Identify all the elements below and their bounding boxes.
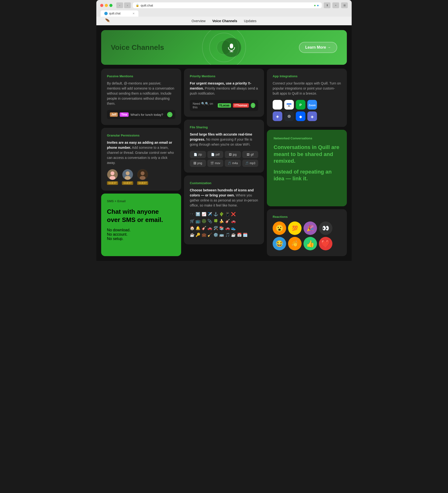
file-png: 🖼 png	[190, 160, 206, 167]
svg-rect-3	[230, 44, 233, 48]
address-bar[interactable]: 🔒 quill.chat ● ●	[133, 2, 322, 8]
svg-text:◆: ◆	[299, 115, 302, 119]
file-icon-mp3: 🎵	[245, 162, 249, 165]
maximize-traffic-light[interactable]	[109, 4, 113, 7]
back-button[interactable]: ‹	[116, 2, 123, 8]
priority-mentions-body: For urgent messages, use a priority !!-m…	[190, 81, 258, 96]
file-icon-m4a: 🎵	[228, 162, 231, 165]
networked-conversations-text1: Conversations in Quill are meant to be s…	[274, 144, 340, 165]
tab-favicon	[104, 12, 108, 15]
lucas-tag: !!Lucas	[218, 103, 231, 108]
sms-email-card: SMS + Email Chat with anyone over SMS or…	[101, 193, 181, 256]
file-pdf: 📄 pdf	[207, 151, 224, 158]
customization-body: Choose between hundreds of icons and col…	[190, 188, 258, 208]
nav-overview[interactable]: Overview	[192, 19, 206, 23]
svg-point-15	[274, 101, 281, 108]
granular-permissions-body: Invites are as easy as adding an email o…	[107, 140, 175, 165]
nav-logo: 🪶	[105, 18, 110, 23]
nav-voice-channels[interactable]: Voice Channels	[212, 19, 237, 23]
priority-mentions-label: Priority Mentions	[190, 74, 258, 78]
reaction-rolling: 😂	[273, 237, 286, 250]
priority-prefix: Need 🔍🔍 on this	[193, 102, 216, 109]
reaction-party: 🎉	[303, 222, 317, 235]
mention-arrow-icon: ↑	[167, 112, 172, 117]
file-mp3: 🎵 mp3	[242, 160, 258, 167]
svg-text:⊛: ⊛	[287, 114, 291, 119]
minimize-traffic-light[interactable]	[105, 4, 108, 7]
traffic-lights	[100, 4, 113, 7]
left-column: Passive Mentions By default, @-mentions …	[101, 69, 181, 256]
svg-text:◈: ◈	[311, 115, 314, 119]
file-sharing-body: Send large files with accurate real-time…	[190, 132, 258, 147]
sms-email-title: Chat with anyone over SMS or email.	[107, 208, 175, 224]
browser-chrome: ‹ › 🔒 quill.chat ● ● ⬆ + ⊞ quill.chat ✕	[96, 0, 352, 17]
chatgpt-app-icon: 🤖	[273, 100, 282, 110]
guest-badge-2: GUEST	[122, 181, 133, 185]
reaction-shocked: 😮	[273, 222, 286, 235]
svg-text:P: P	[299, 103, 301, 107]
guest-avatar-2	[122, 169, 133, 180]
file-mov: 🎬 mov	[207, 160, 224, 167]
guest-avatar-1	[107, 169, 118, 180]
share-button[interactable]: ⬆	[324, 2, 331, 8]
priority-mentions-card: Priority Mentions For urgent messages, u…	[184, 69, 264, 117]
passive-mentions-body: By default, @-mentions are passive; ment…	[107, 81, 175, 106]
reaction-heart: ❤️	[319, 237, 332, 250]
reaction-wave: 👋	[288, 237, 301, 250]
file-icon-png: 🖼	[193, 162, 196, 165]
svg-point-10	[126, 171, 130, 175]
file-icon-zip: 📄	[194, 153, 197, 156]
app-integrations-label: App Integrations	[273, 74, 341, 78]
jeff-tag: Jeff	[110, 112, 118, 117]
mention-text: What's for lunch today?	[131, 113, 163, 116]
sms-email-label: SMS + Email	[107, 199, 175, 203]
guest-item-1: GUEST	[107, 169, 118, 185]
svg-point-8	[110, 176, 115, 180]
grid-button[interactable]: ⊞	[341, 2, 348, 8]
nav-updates[interactable]: Updates	[244, 19, 256, 23]
priority-mention-example: Need 🔍🔍 on this !!Lucas !!Thomas ↑	[190, 100, 258, 111]
tab-close-button[interactable]: ✕	[132, 12, 135, 15]
guest-item-3: GUEST	[137, 169, 148, 185]
networked-conversations-label: Networked Conversations	[274, 136, 340, 140]
linear2-app-icon: ◈	[307, 112, 317, 121]
customization-card: Customization Choose between hundreds of…	[184, 176, 264, 244]
forward-button[interactable]: ›	[124, 2, 131, 8]
reaction-100: 💯	[288, 222, 301, 235]
hero-title: Voice Channels	[111, 43, 164, 52]
close-traffic-light[interactable]	[100, 4, 103, 7]
dropbox-app-icon: ◆	[296, 112, 305, 121]
app-integrations-card: App Integrations Connect your favorite a…	[267, 69, 347, 127]
file-icon-mov: 🎬	[210, 162, 214, 165]
active-tab[interactable]: quill.chat ✕	[100, 10, 139, 17]
tab-title: quill.chat	[109, 12, 120, 15]
svg-point-13	[141, 171, 145, 175]
app-icons-grid: 🤖 31 P Zoom ◈ ⊛	[273, 100, 341, 121]
browser-toolbar: ‹ › 🔒 quill.chat ● ● ⬆ + ⊞	[100, 2, 348, 8]
guest-badge-1: GUEST	[107, 181, 118, 185]
github-app-icon: ⊛	[284, 112, 294, 121]
file-sharing-label: File Sharing	[190, 125, 258, 129]
passive-mentions-label: Passive Mentions	[107, 74, 175, 78]
emoji-grid: 🕶️ ⬆️ 📈 ✈️ ⚓ 🌵 📱 ❌ 🛒 📺 ❇️ 📎 🍀 🍌 🎸 🚗 🏠 🔔 …	[190, 211, 258, 239]
learn-more-button[interactable]: Learn More →	[299, 42, 337, 53]
file-gif: 🖼 gif	[242, 151, 258, 158]
new-tab-button[interactable]: +	[332, 2, 339, 8]
tina-tag: Tina	[120, 112, 128, 117]
file-icon-pdf: 📄	[211, 153, 215, 156]
reactions-label: Reactions	[273, 215, 341, 219]
svg-text:◈: ◈	[276, 114, 279, 118]
priority-arrow-icon: ↑	[251, 103, 255, 108]
guest-item-2: GUEST	[122, 169, 133, 185]
guest-list: GUEST GUEST GUEST	[107, 169, 175, 185]
guest-badge-3: GUEST	[137, 181, 148, 185]
file-sharing-card: File Sharing Send large files with accur…	[184, 120, 264, 173]
granular-permissions-label: Granular Permissions	[107, 134, 175, 137]
passive-mentions-card: Passive Mentions By default, @-mentions …	[101, 69, 181, 125]
google-calendar-app-icon: 31	[284, 100, 294, 110]
browser-nav-controls: ‹ ›	[116, 2, 131, 8]
app-integrations-body: Connect your favorite apps with Quill. T…	[273, 81, 341, 96]
linear-app-icon: ◈	[273, 112, 282, 121]
pagerduty-app-icon: P	[296, 100, 305, 110]
file-icon-jpg: 🖼	[229, 153, 232, 156]
